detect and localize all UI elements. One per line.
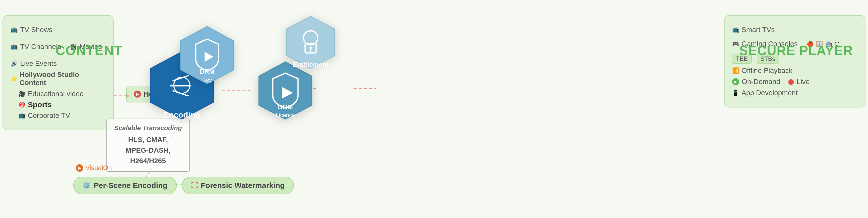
sports-label: Sports — [28, 100, 52, 109]
ondemand-live-row: ▶ On-Demand ⬤ Live — [732, 78, 858, 86]
offline-playback-item: 📶 Offline Playback — [732, 67, 858, 75]
app-dev-label: App Development — [742, 89, 798, 97]
smart-tvs-icon: 📺 — [732, 27, 739, 33]
tv-channels-item: 📺 TV Channels — [10, 43, 61, 51]
tv-channels-label: TV Channels — [20, 43, 61, 51]
forensic-icon: ⛶ — [191, 182, 198, 189]
sports-icon: 🎯 — [18, 101, 25, 108]
visualon-text: VisualOn — [85, 164, 112, 172]
live-events-label: Live Events — [20, 60, 57, 68]
live-events-item: 🔊 Live Events — [10, 60, 57, 68]
gear-icon: ⚙️ — [83, 182, 91, 189]
hot-folder-icon: ▶ — [134, 90, 141, 98]
visualon-icon: ▶ — [76, 164, 83, 172]
corporate-label: Corporate TV — [28, 112, 70, 120]
forensic-label: Forensic Watermarking — [201, 181, 285, 190]
star-icon: ⭐ — [10, 75, 18, 82]
corporate-icon: 📺 — [18, 112, 25, 119]
visualon-label: ▶ VisualOn — [76, 164, 112, 172]
educational-item: 🎥 Educational video — [18, 90, 105, 98]
offline-icon: 📶 — [732, 67, 739, 74]
tv-shows-icon: 📺 — [10, 26, 18, 33]
drm-key-hexagon[interactable]: DRM Key — [179, 25, 235, 90]
secure-player-panel: 📺 Smart TVs 🎮 Gaming Consoles 🍎 🪟 🤖 ⬡ — [724, 15, 866, 108]
on-demand-label: On-Demand — [742, 78, 780, 86]
hollywood-label: Hollywood Studio Content — [20, 71, 105, 87]
per-scene-label: Per-Scene Encoding — [94, 181, 167, 190]
per-scene-encoding-badge[interactable]: ⚙️ Per-Scene Encoding — [73, 177, 177, 194]
live-label: Live — [797, 78, 810, 86]
on-demand-icon: ▶ — [732, 78, 739, 85]
tv-shows-item: 📺 TV Shows — [10, 26, 53, 34]
tv-channels-icon: 📺 — [10, 43, 18, 50]
sports-item: 🎯 Sports — [18, 100, 105, 109]
edu-icon: 🎥 — [18, 90, 25, 98]
app-dev-item: 📱 App Development — [732, 89, 858, 97]
entitlement-hexagon[interactable]: Entitlement — [285, 15, 336, 74]
smart-tvs-label: Smart TVs — [742, 26, 775, 34]
on-demand-item: ▶ On-Demand — [732, 78, 780, 86]
svg-marker-18 — [287, 16, 335, 68]
content-panel: 📺 TV Shows 📺 TV Channels 🎬 Movies 🔊 Live… — [2, 15, 114, 130]
content-title: CONTENT — [56, 43, 123, 58]
smart-tvs-item: 📺 Smart TVs — [732, 26, 775, 34]
offline-playback-label: Offline Playback — [742, 67, 793, 75]
live-events-icon: 🔊 — [10, 60, 18, 67]
secure-player-title: SECURE PLAYER — [739, 43, 853, 58]
diagram-container: 📺 TV Shows 📺 TV Channels 🎬 Movies 🔊 Live… — [0, 0, 868, 218]
educational-label: Educational video — [28, 90, 84, 98]
transcoding-formats: HLS, CMAF,MPEG-DASH,H264/H265 — [114, 135, 182, 166]
hollywood-row: ⭐ Hollywood Studio Content — [10, 71, 105, 87]
app-dev-icon: 📱 — [732, 89, 739, 96]
live-item: ⬤ Live — [788, 78, 810, 86]
forensic-watermarking-badge[interactable]: ⛶ Forensic Watermarking — [182, 177, 294, 194]
tv-shows-label: TV Shows — [20, 26, 53, 34]
corporate-item: 📺 Corporate TV — [18, 112, 105, 120]
gaming-consoles-icon: 🎮 — [732, 41, 739, 47]
live-icon: ⬤ — [788, 78, 794, 85]
